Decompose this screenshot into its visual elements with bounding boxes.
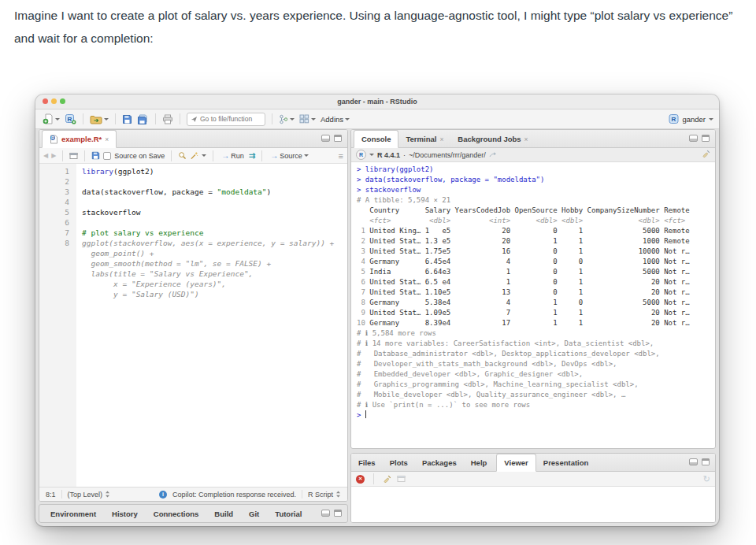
toolbar-separator <box>373 473 374 484</box>
source-on-save-checkbox[interactable] <box>103 152 111 160</box>
minimize-window-button[interactable] <box>51 98 57 104</box>
minimize-pane-icon[interactable] <box>321 510 330 517</box>
panes-grid-icon <box>299 114 309 124</box>
tab-tutorial[interactable]: Tutorial <box>267 510 309 518</box>
editor-line <box>82 176 347 187</box>
tab-label: Background Jobs <box>458 135 521 143</box>
close-tab-icon[interactable]: × <box>105 135 109 143</box>
workspace-panes-button[interactable] <box>298 112 317 126</box>
chevron-down-icon <box>202 154 206 157</box>
tab-label: Help <box>471 458 487 467</box>
tab-label: Files <box>358 458 376 467</box>
clear-console-icon[interactable] <box>702 150 710 158</box>
close-tab-icon[interactable]: × <box>439 135 443 143</box>
console-line: 2 United Stat… 1.3 e5 20 1 1 1000 Remote <box>357 236 710 247</box>
tab-viewer[interactable]: Viewer <box>496 454 536 472</box>
maximize-pane-icon[interactable] <box>702 135 710 142</box>
files-pane-window-buttons <box>689 458 710 465</box>
dot-separator: · <box>403 151 406 159</box>
r-version: R 4.4.1 <box>377 151 400 159</box>
new-project-button[interactable]: R <box>63 112 78 126</box>
file-type-selector[interactable]: R Script <box>308 491 341 499</box>
editor-line: labs(title = "Salary vs Experience", <box>82 269 347 279</box>
save-icon[interactable] <box>91 151 100 160</box>
forward-icon[interactable]: ▶ <box>51 152 56 159</box>
tab-environment[interactable]: Environment <box>43 510 104 518</box>
maximize-pane-icon[interactable] <box>334 135 342 142</box>
project-menu-button[interactable]: R gander <box>669 114 713 124</box>
tab-label: Presentation <box>543 458 589 467</box>
save-button[interactable] <box>120 112 134 126</box>
console-pane-window-buttons <box>689 135 710 142</box>
tab-history[interactable]: History <box>104 510 146 518</box>
clear-console-group <box>702 150 710 160</box>
broom-icon[interactable] <box>383 475 391 484</box>
line-number <box>39 248 69 258</box>
version-control-button[interactable] <box>277 112 296 126</box>
console-line: > data(stackoverflow, package = "modelda… <box>357 175 710 185</box>
console-line: # A tibble: 5,594 × 21 <box>357 195 710 206</box>
editor-code[interactable]: library(ggplot2)data(stackoverflow, pack… <box>76 164 347 487</box>
viewer-toolbar: × ↻ <box>351 472 715 487</box>
open-in-new-window-icon[interactable] <box>397 475 406 483</box>
addins-button[interactable]: Addins <box>319 112 351 126</box>
tab-presentation[interactable]: Presentation <box>536 454 596 471</box>
tab-example-r[interactable]: R example.R* × <box>42 130 117 148</box>
chevron-down-icon[interactable] <box>369 154 374 156</box>
print-button[interactable] <box>161 112 175 126</box>
tab-files[interactable]: Files <box>351 454 383 471</box>
open-working-dir-icon[interactable] <box>489 151 497 158</box>
open-file-button[interactable] <box>88 112 110 126</box>
console-output[interactable]: > library(ggplot2)> data(stackoverflow, … <box>351 162 715 448</box>
line-number: 1 <box>39 166 69 176</box>
document-outline-icon[interactable]: ≡ <box>339 151 343 161</box>
save-all-button[interactable] <box>135 112 150 126</box>
cursor-position[interactable]: 8:1 <box>46 491 56 499</box>
tab-git[interactable]: Git <box>241 510 267 518</box>
run-button[interactable]: → Run <box>220 149 246 163</box>
source-arrow-icon: → <box>270 151 278 160</box>
maximize-pane-icon[interactable] <box>334 510 342 517</box>
toolbar-separator <box>62 150 63 161</box>
source-button[interactable]: → Source <box>269 149 310 163</box>
tab-connections[interactable]: Connections <box>146 510 207 518</box>
toolbar-separator <box>83 113 83 124</box>
minimize-pane-icon[interactable] <box>689 135 698 142</box>
minimize-pane-icon[interactable] <box>689 458 698 465</box>
console-line: # ℹ 14 more variables: CareerSatisfactio… <box>357 339 710 349</box>
open-in-new-window-icon[interactable] <box>69 152 78 160</box>
tab-background-jobs[interactable]: Background Jobs × <box>450 131 535 147</box>
tab-packages[interactable]: Packages <box>415 454 464 471</box>
goto-file-function-input[interactable] <box>200 115 261 123</box>
tab-build[interactable]: Build <box>206 510 241 518</box>
console-line: 7 United Stat… 1.10e5 13 0 1 20 Not r… <box>357 287 710 298</box>
close-tab-icon[interactable]: × <box>524 135 528 143</box>
console-line: > <box>357 410 710 421</box>
console-line: <fct> <dbl> <int> <dbl> <dbl> <dbl> <fct… <box>357 216 710 226</box>
tab-plots[interactable]: Plots <box>383 454 415 471</box>
files-pane: Files Plots Packages Help Viewer Present… <box>350 453 716 523</box>
zoom-window-button[interactable] <box>60 98 65 104</box>
rerun-icon[interactable]: ⇉ <box>249 151 255 160</box>
console-line: # Developer_with_stats_math_background <… <box>357 359 710 369</box>
editor-line: library(ggplot2) <box>82 166 347 176</box>
search-icon[interactable] <box>178 151 187 160</box>
close-window-button[interactable] <box>43 98 48 104</box>
new-file-button[interactable] <box>41 112 61 126</box>
refresh-icon[interactable]: ↻ <box>703 474 710 484</box>
minimize-pane-icon[interactable] <box>321 135 330 142</box>
tab-help[interactable]: Help <box>464 454 495 471</box>
line-number: 7 <box>39 228 69 238</box>
maximize-pane-icon[interactable] <box>702 458 710 465</box>
tab-console[interactable]: Console <box>354 130 398 148</box>
tab-terminal[interactable]: Terminal × <box>398 131 450 147</box>
scope-selector[interactable]: (Top Level) <box>68 491 111 499</box>
pane-area: R example.R* × ◀ ▶ <box>35 129 719 526</box>
editor-body[interactable]: 12345678 library(ggplot2)data(stackoverf… <box>39 164 347 487</box>
back-icon[interactable]: ◀ <box>43 152 48 159</box>
sort-arrows-icon <box>105 491 110 498</box>
clear-viewer-icon[interactable]: × <box>356 475 365 484</box>
console-line: 1 United King… 1 e5 20 0 1 5000 Remote <box>357 226 710 236</box>
print-icon <box>162 114 173 124</box>
code-tools-wand-icon[interactable] <box>190 151 198 160</box>
